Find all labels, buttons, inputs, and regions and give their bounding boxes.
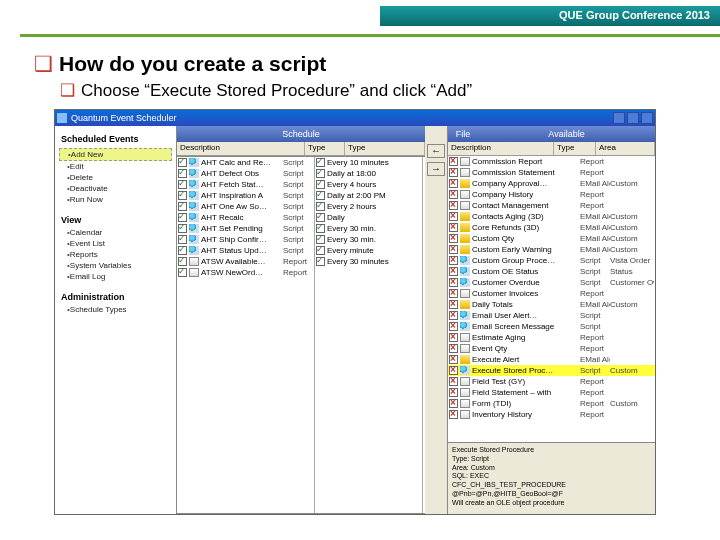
checkbox[interactable] xyxy=(449,333,458,342)
list-row[interactable]: Customer InvoicesReport xyxy=(448,288,655,299)
col-description-r[interactable]: Description xyxy=(448,142,554,155)
list-row[interactable]: Inventory HistoryReport xyxy=(448,409,655,420)
checkbox[interactable] xyxy=(449,245,458,254)
checkbox[interactable] xyxy=(178,180,187,189)
list-row[interactable]: Every 30 minutes xyxy=(315,256,422,267)
minimize-button[interactable] xyxy=(613,112,625,124)
schedule-times-list[interactable]: Every 10 minutesDaily at 18:00Every 4 ho… xyxy=(315,157,423,513)
checkbox[interactable] xyxy=(449,399,458,408)
col-schedule-type[interactable]: Type xyxy=(345,142,425,155)
checkbox[interactable] xyxy=(178,246,187,255)
list-row[interactable]: AHT Ship Confir…Script xyxy=(177,234,314,245)
list-row[interactable]: Company HistoryReport xyxy=(448,189,655,200)
list-row[interactable]: AHT Inspiration AScript xyxy=(177,190,314,201)
list-row[interactable]: AHT One Aw So…Script xyxy=(177,201,314,212)
list-row[interactable]: Every 2 hours xyxy=(315,201,422,212)
checkbox[interactable] xyxy=(178,268,187,277)
list-row[interactable]: Event QtyReport xyxy=(448,343,655,354)
checkbox[interactable] xyxy=(178,213,187,222)
col-type[interactable]: Type xyxy=(305,142,345,155)
list-row[interactable]: Email User Alert…Script xyxy=(448,310,655,321)
checkbox[interactable] xyxy=(449,179,458,188)
list-row[interactable]: ATSW NewOrd…Report xyxy=(177,267,314,278)
list-row[interactable]: Every 10 minutes xyxy=(315,157,422,168)
list-row[interactable]: Daily at 2:00 PM xyxy=(315,190,422,201)
sidebar-link[interactable]: Run Now xyxy=(59,194,172,205)
checkbox[interactable] xyxy=(449,212,458,221)
move-right-button[interactable]: → xyxy=(427,162,445,176)
list-row[interactable]: Contacts Aging (3D)EMail AlertCustom xyxy=(448,211,655,222)
list-row[interactable]: Custom OE StatusScriptStatus xyxy=(448,266,655,277)
sidebar-link[interactable]: Deactivate xyxy=(59,183,172,194)
checkbox[interactable] xyxy=(449,223,458,232)
col-type-r[interactable]: Type xyxy=(554,142,596,155)
checkbox[interactable] xyxy=(449,234,458,243)
checkbox[interactable] xyxy=(449,201,458,210)
maximize-button[interactable] xyxy=(627,112,639,124)
checkbox[interactable] xyxy=(449,322,458,331)
list-row[interactable]: Field Statement – withReport xyxy=(448,387,655,398)
checkbox[interactable] xyxy=(449,190,458,199)
list-row[interactable]: Every minute xyxy=(315,245,422,256)
checkbox[interactable] xyxy=(178,158,187,167)
list-row[interactable]: AHT Calc and Re…Script xyxy=(177,157,314,168)
checkbox[interactable] xyxy=(316,191,325,200)
sidebar-view[interactable]: Calendar xyxy=(59,227,172,238)
sidebar-view[interactable]: Event List xyxy=(59,238,172,249)
checkbox[interactable] xyxy=(178,257,187,266)
checkbox[interactable] xyxy=(178,169,187,178)
list-row[interactable]: Custom Group Proce…ScriptVista Order xyxy=(448,255,655,266)
list-row[interactable]: Daily xyxy=(315,212,422,223)
checkbox[interactable] xyxy=(449,267,458,276)
list-row[interactable]: Every 30 min. xyxy=(315,223,422,234)
checkbox[interactable] xyxy=(449,300,458,309)
sidebar-view[interactable]: System Variables xyxy=(59,260,172,271)
checkbox[interactable] xyxy=(316,180,325,189)
list-row[interactable]: Company Approval…EMail AlertCustom xyxy=(448,178,655,189)
sidebar-view[interactable]: Reports xyxy=(59,249,172,260)
scheduled-list[interactable]: AHT Calc and Re…ScriptAHT Defect ObsScri… xyxy=(177,157,315,513)
move-left-button[interactable]: ← xyxy=(427,144,445,158)
checkbox[interactable] xyxy=(449,388,458,397)
list-row[interactable]: AHT Status Upd…Script xyxy=(177,245,314,256)
checkbox[interactable] xyxy=(178,224,187,233)
available-list[interactable]: Commission ReportReportCommission Statem… xyxy=(448,156,655,442)
sidebar-view[interactable]: Email Log xyxy=(59,271,172,282)
sidebar-add-new[interactable]: Add New xyxy=(59,148,172,161)
checkbox[interactable] xyxy=(316,202,325,211)
sidebar-link[interactable]: Edit xyxy=(59,161,172,172)
list-row[interactable]: AHT RecalcScript xyxy=(177,212,314,223)
checkbox[interactable] xyxy=(449,366,458,375)
checkbox[interactable] xyxy=(449,355,458,364)
list-row[interactable]: Execute Stored Proc…ScriptCustom xyxy=(448,365,655,376)
checkbox[interactable] xyxy=(316,257,325,266)
sidebar-admin[interactable]: Schedule Types xyxy=(59,304,172,315)
checkbox[interactable] xyxy=(178,235,187,244)
checkbox[interactable] xyxy=(316,169,325,178)
checkbox[interactable] xyxy=(449,311,458,320)
list-row[interactable]: Custom Early WarningEMail AlertCustom xyxy=(448,244,655,255)
col-description[interactable]: Description xyxy=(177,142,305,155)
list-row[interactable]: ATSW Available…Report xyxy=(177,256,314,267)
sidebar-link[interactable]: Delete xyxy=(59,172,172,183)
list-row[interactable]: AHT Set PendingScript xyxy=(177,223,314,234)
checkbox[interactable] xyxy=(449,377,458,386)
list-row[interactable]: Every 4 hours xyxy=(315,179,422,190)
list-row[interactable]: AHT Defect ObsScript xyxy=(177,168,314,179)
list-row[interactable]: Commission ReportReport xyxy=(448,156,655,167)
list-row[interactable]: Daily at 18:00 xyxy=(315,168,422,179)
list-row[interactable]: Every 30 min. xyxy=(315,234,422,245)
list-row[interactable]: Email Screen MessageScript xyxy=(448,321,655,332)
list-row[interactable]: Estimate AgingReport xyxy=(448,332,655,343)
checkbox[interactable] xyxy=(449,168,458,177)
checkbox[interactable] xyxy=(178,191,187,200)
list-row[interactable]: Contact ManagementReport xyxy=(448,200,655,211)
list-row[interactable]: Field Test (GY)Report xyxy=(448,376,655,387)
checkbox[interactable] xyxy=(449,256,458,265)
checkbox[interactable] xyxy=(316,158,325,167)
list-row[interactable]: Commission StatementReport xyxy=(448,167,655,178)
checkbox[interactable] xyxy=(178,202,187,211)
list-row[interactable]: Form (TDI)ReportCustom xyxy=(448,398,655,409)
list-row[interactable]: Execute AlertEMail Alert xyxy=(448,354,655,365)
close-button[interactable] xyxy=(641,112,653,124)
